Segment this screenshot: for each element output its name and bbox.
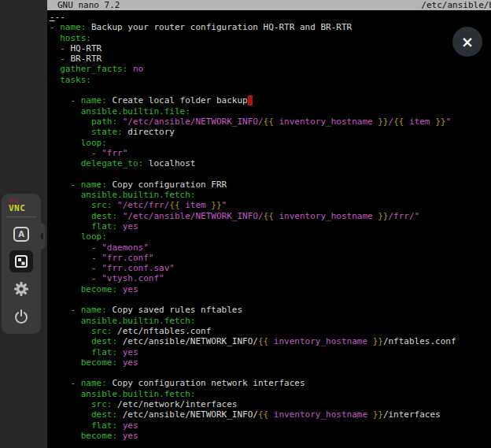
code-line — [50, 294, 491, 305]
code-line: state: directory — [50, 127, 491, 137]
code-line — [50, 85, 491, 95]
code-line: ansible.builtin.file: — [50, 106, 491, 117]
code-line: - BR-RTR — [50, 54, 491, 64]
drag-icon — [14, 254, 28, 268]
close-button[interactable]: × — [452, 27, 482, 57]
code-line: path: "/etc/ansible/NETWORK_INFO/{{ inve… — [50, 117, 491, 127]
extra-keys-button[interactable]: A — [9, 223, 33, 245]
code-line: loop: — [50, 231, 491, 242]
code-line: ansible.builtin.fetch: — [50, 316, 491, 326]
code-line: src: /etc/nftables.conf — [50, 326, 491, 336]
code-line: - "frr.conf.sav" — [50, 263, 491, 273]
nano-filepath: /etc/ansible/b — [421, 0, 491, 10]
vnc-control-panel: no VNC A — [2, 194, 41, 334]
code-line: - name: Backup your router configuration… — [50, 22, 491, 32]
code-line: - "frr" — [50, 148, 491, 158]
code-line: - name: Create local folder backup — [50, 95, 491, 106]
code-line: flat: yes — [50, 420, 491, 431]
drag-button[interactable] — [9, 250, 33, 272]
novnc-logo: no VNC — [9, 198, 25, 212]
code-line — [50, 168, 491, 179]
code-line: - "vtysh.conf" — [50, 273, 491, 283]
code-line: - "frr.conf" — [50, 253, 491, 263]
code-line: delegate_to: localhost — [50, 158, 491, 168]
code-line: flat: yes — [50, 347, 491, 357]
keyboard-icon: A — [13, 227, 29, 242]
code-line: dest: /etc/ansible/NETWORK_INFO/{{ inven… — [50, 336, 491, 346]
code-line: - HQ-RTR — [50, 43, 491, 54]
code-line: become: yes — [50, 431, 491, 441]
code-line: become: yes — [50, 284, 491, 294]
nano-title: GNU nano 7.2 — [57, 0, 120, 10]
code-line — [50, 368, 491, 378]
code-line: dest: /etc/ansible/NETWORK_INFO/{{ inven… — [50, 409, 491, 420]
code-line: - "daemons" — [50, 243, 491, 253]
panel-divider — [6, 217, 36, 217]
code-line: flat: yes — [50, 221, 491, 231]
close-icon: × — [461, 33, 474, 50]
code-line: ansible.builtin.fetch: — [50, 389, 491, 399]
terminal-screen[interactable]: GNU nano 7.2 /etc/ansible/b ---- name: B… — [47, 0, 491, 448]
code-line: - name: Copy configuration network inter… — [50, 378, 491, 388]
nano-titlebar: GNU nano 7.2 /etc/ansible/b — [47, 0, 491, 10]
code-line: gather_facts: no — [50, 64, 491, 74]
code-line: src: /etc/network/interfaces — [50, 399, 491, 409]
code-line: src: "/etc/frr/{{ item }}" — [50, 200, 491, 210]
code-line: - name: Copy saved rules nftables — [50, 305, 491, 315]
code-line: ansible.builtin.fetch: — [50, 190, 491, 200]
code-line: - name: Copy configuration FRR — [50, 180, 491, 190]
editor-code[interactable]: ---- name: Backup your router configurat… — [50, 12, 491, 441]
code-line: dest: "/etc/ansible/NETWORK_INFO/{{ inve… — [50, 211, 491, 221]
settings-button[interactable] — [9, 278, 33, 300]
code-line: hosts: — [50, 33, 491, 43]
code-line: --- — [50, 12, 491, 22]
code-line: tasks: — [50, 75, 491, 85]
disconnect-button[interactable] — [9, 305, 33, 328]
power-icon — [13, 309, 29, 324]
code-line: loop: — [50, 138, 491, 148]
code-line: become: yes — [50, 357, 491, 368]
gear-icon — [13, 281, 29, 297]
